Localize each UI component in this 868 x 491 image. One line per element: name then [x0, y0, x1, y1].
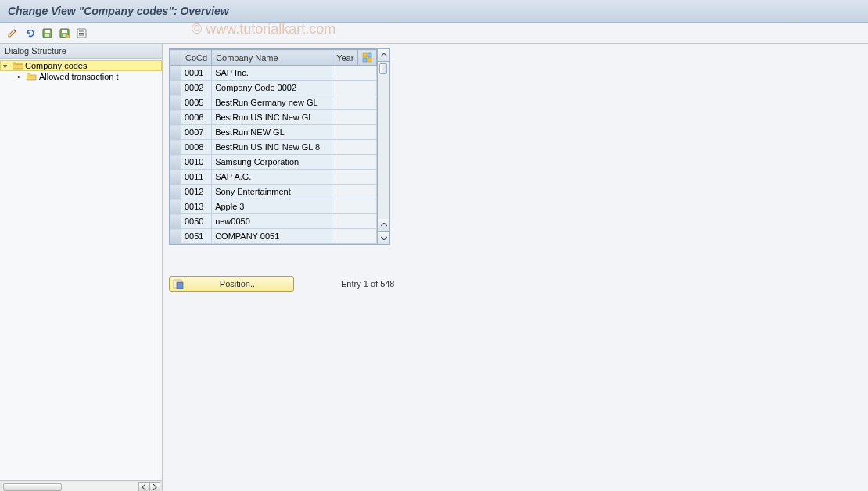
table-row[interactable]: 0050new0050 [170, 214, 377, 229]
cell-company-name[interactable]: BestRun US INC New GL 8 [212, 140, 332, 155]
v-scroll-track[interactable] [378, 62, 389, 219]
cell-company-name[interactable]: BestRun NEW GL [212, 125, 332, 140]
cell-company-name[interactable]: Samsung Corporation [212, 155, 332, 170]
cell-year[interactable] [332, 229, 377, 244]
row-selector[interactable] [170, 229, 181, 244]
svg-rect-11 [363, 53, 367, 57]
cell-cocd[interactable]: 0005 [181, 95, 212, 110]
save-all-button[interactable] [56, 26, 72, 40]
cell-year[interactable] [332, 199, 377, 214]
position-icon [171, 278, 185, 289]
table-row[interactable]: 0002Company Code 0002 [170, 81, 377, 95]
table-row[interactable]: 0010Samsung Corporation [170, 155, 377, 170]
h-scroll-track[interactable] [2, 482, 138, 492]
cell-cocd[interactable]: 0012 [181, 185, 212, 199]
column-company-name[interactable]: Company Name [212, 50, 332, 66]
h-scroll-left-button[interactable] [138, 482, 149, 492]
table-row[interactable]: 0001SAP Inc. [170, 66, 377, 81]
cell-year[interactable] [332, 125, 377, 140]
cell-company-name[interactable]: SAP Inc. [212, 66, 332, 81]
edit-button[interactable] [5, 26, 20, 40]
row-selector[interactable] [170, 81, 181, 95]
table-row[interactable]: 0007BestRun NEW GL [170, 125, 377, 140]
table-row[interactable]: 0008BestRun US INC New GL 8 [170, 140, 377, 155]
cell-company-name[interactable]: new0050 [212, 214, 332, 229]
row-selector[interactable] [170, 66, 181, 81]
cell-year[interactable] [332, 185, 377, 199]
row-selector[interactable] [170, 185, 181, 199]
cell-year[interactable] [332, 95, 377, 110]
svg-rect-13 [363, 58, 367, 62]
undo-button[interactable] [22, 26, 38, 40]
cell-cocd[interactable]: 0002 [181, 81, 212, 95]
position-button-label: Position... [185, 279, 292, 289]
tree-item-label: Allowed transaction t [39, 72, 119, 81]
cell-company-name[interactable]: BestRun US INC New GL [212, 110, 332, 125]
cell-cocd[interactable]: 0006 [181, 110, 212, 125]
column-selector[interactable] [170, 50, 181, 66]
cell-company-name[interactable]: Apple 3 [212, 199, 332, 214]
table-row[interactable]: 0006BestRun US INC New GL [170, 110, 377, 125]
row-selector[interactable] [170, 140, 181, 155]
cell-company-name[interactable]: Company Code 0002 [212, 81, 332, 95]
row-selector[interactable] [170, 214, 181, 229]
h-scroll-thumb[interactable] [3, 483, 62, 491]
toolbar: © www.tutorialkart.com [0, 23, 868, 44]
table-row[interactable]: 0011SAP A.G. [170, 170, 377, 185]
cell-year[interactable] [332, 170, 377, 185]
cell-cocd[interactable]: 0010 [181, 155, 212, 170]
cell-year[interactable] [332, 110, 377, 125]
cell-cocd[interactable]: 0008 [181, 140, 212, 155]
table-row[interactable]: 0012Sony Entertainment [170, 185, 377, 199]
tree-item-allowed-transaction[interactable]: • Allowed transaction t [0, 71, 162, 82]
cell-cocd[interactable]: 0050 [181, 214, 212, 229]
tree-toggle-icon[interactable]: ▾ [3, 62, 11, 70]
cell-company-name[interactable]: COMPANY 0051 [212, 229, 332, 244]
v-scroll-near-bottom-button[interactable] [378, 219, 389, 231]
cell-year[interactable] [332, 66, 377, 81]
column-year[interactable]: Year [332, 50, 358, 66]
tree-item-label: Company codes [25, 61, 88, 70]
cell-cocd[interactable]: 0001 [181, 66, 212, 81]
v-scroll-thumb[interactable] [379, 63, 387, 74]
svg-rect-2 [45, 34, 49, 37]
v-scroll-up-button[interactable] [378, 49, 389, 62]
list-button[interactable] [74, 26, 89, 40]
cell-year[interactable] [332, 140, 377, 155]
save-button[interactable] [39, 26, 55, 40]
position-button[interactable]: Position... [169, 276, 294, 292]
cell-year[interactable] [332, 81, 377, 95]
row-selector[interactable] [170, 170, 181, 185]
svg-rect-4 [62, 30, 67, 33]
cell-cocd[interactable]: 0007 [181, 125, 212, 140]
tree-bullet-icon: • [17, 73, 25, 81]
table-row[interactable]: 0051COMPANY 0051 [170, 229, 377, 244]
list-icon [77, 28, 87, 38]
cell-company-name[interactable]: Sony Entertainment [212, 185, 332, 199]
cell-cocd[interactable]: 0011 [181, 170, 212, 185]
cell-company-name[interactable]: BestRun Germany new GL [212, 95, 332, 110]
row-selector[interactable] [170, 155, 181, 170]
table-settings-button[interactable] [358, 50, 377, 66]
tree-item-company-codes[interactable]: ▾ Company codes [0, 60, 162, 71]
row-selector[interactable] [170, 199, 181, 214]
row-selector[interactable] [170, 125, 181, 140]
title-bar: Change View "Company codes": Overview [0, 0, 868, 23]
table-settings-icon [362, 52, 372, 63]
cell-cocd[interactable]: 0051 [181, 229, 212, 244]
row-selector[interactable] [170, 110, 181, 125]
row-selector[interactable] [170, 95, 181, 110]
content-area: CoCd Company Name Year 0001SAP Inc.0002C… [163, 44, 868, 491]
cell-cocd[interactable]: 0013 [181, 199, 212, 214]
folder-open-icon [13, 61, 23, 70]
cell-company-name[interactable]: SAP A.G. [212, 170, 332, 185]
h-scroll-right-button[interactable] [149, 482, 160, 492]
column-cocd[interactable]: CoCd [181, 50, 212, 66]
sidebar-h-scrollbar [0, 480, 162, 491]
cell-year[interactable] [332, 214, 377, 229]
v-scroll-down-button[interactable] [378, 231, 389, 244]
chevron-down-icon [381, 236, 387, 240]
table-row[interactable]: 0005BestRun Germany new GL [170, 95, 377, 110]
cell-year[interactable] [332, 155, 377, 170]
table-row[interactable]: 0013Apple 3 [170, 199, 377, 214]
